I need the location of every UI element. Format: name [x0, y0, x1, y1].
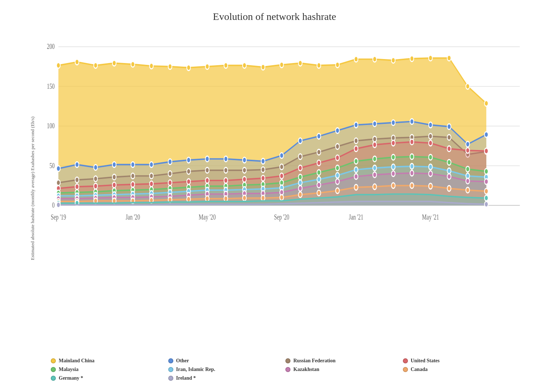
svg-point-50	[336, 128, 339, 134]
svg-point-126	[410, 154, 414, 160]
svg-text:Jan '20: Jan '20	[125, 212, 140, 221]
legend-label-united-states: United States	[411, 358, 440, 364]
svg-text:Sep '20: Sep '20	[274, 212, 289, 221]
svg-point-201	[466, 187, 470, 193]
svg-point-51	[354, 122, 358, 128]
svg-point-123	[354, 158, 358, 164]
svg-point-96	[298, 165, 302, 171]
svg-point-169	[317, 182, 321, 188]
svg-point-12	[75, 59, 79, 65]
svg-point-21	[243, 63, 246, 68]
svg-point-124	[373, 156, 376, 162]
svg-point-147	[354, 167, 358, 173]
svg-point-122	[336, 165, 339, 171]
svg-point-104	[447, 146, 451, 152]
legend-dot-other	[168, 358, 173, 363]
svg-point-36	[75, 162, 79, 167]
svg-point-128	[447, 159, 451, 165]
svg-text:100: 100	[47, 121, 55, 130]
svg-point-120	[298, 174, 302, 180]
svg-point-170	[336, 179, 339, 184]
svg-point-205	[484, 195, 488, 201]
svg-point-90	[187, 179, 190, 184]
svg-point-37	[94, 164, 98, 170]
svg-point-69	[243, 167, 246, 173]
main-svg: 200 150 100 50 0	[44, 30, 527, 347]
svg-point-189	[243, 195, 246, 201]
svg-point-68	[224, 167, 228, 173]
legend-label-iran: Iran, Islamic Rep.	[176, 367, 215, 372]
legend-item-ireland: Ireland *	[168, 375, 278, 381]
legend-item-other: Other	[168, 358, 278, 364]
svg-point-199	[429, 183, 432, 189]
legend-dot-canada	[403, 367, 408, 372]
svg-point-20	[224, 63, 228, 68]
svg-point-41	[168, 159, 172, 165]
legend-item-iran: Iran, Islamic Rep.	[168, 367, 278, 372]
legend-dot-kazakhstan	[285, 367, 290, 372]
svg-point-88	[149, 181, 153, 187]
legend-dot-ireland	[168, 376, 173, 381]
svg-text:May '20: May '20	[199, 212, 216, 221]
svg-text:Sep '19: Sep '19	[51, 212, 66, 221]
svg-point-24	[298, 60, 302, 66]
svg-point-102	[410, 139, 414, 145]
svg-point-32	[447, 55, 451, 61]
legend-label-germany: Germany *	[59, 375, 83, 381]
svg-point-57	[466, 141, 470, 147]
svg-point-188	[224, 196, 228, 201]
svg-point-66	[187, 168, 190, 174]
svg-point-174	[410, 170, 414, 176]
legend-item-kazakhstan: Kazakhstan	[285, 367, 396, 372]
svg-point-45	[243, 157, 246, 163]
svg-point-130	[484, 168, 488, 174]
svg-point-93	[243, 176, 246, 182]
svg-point-145	[317, 176, 321, 182]
svg-point-146	[336, 172, 339, 178]
svg-text:200: 200	[47, 42, 55, 51]
svg-point-86	[112, 182, 116, 188]
svg-point-22	[261, 64, 265, 70]
svg-point-55	[429, 122, 432, 128]
legend-area: Mainland China Other Russian Federation …	[22, 347, 527, 385]
svg-point-61	[94, 176, 98, 182]
chart-container: Evolution of network hashrate Estimated …	[0, 0, 549, 392]
svg-point-94	[261, 175, 265, 181]
svg-point-125	[391, 154, 395, 160]
legend-label-other: Other	[176, 358, 189, 364]
svg-point-103	[429, 140, 432, 146]
svg-point-52	[373, 121, 376, 127]
svg-point-202	[484, 188, 488, 194]
svg-point-27	[354, 57, 358, 62]
svg-point-168	[298, 185, 302, 191]
legend-dot-united-states	[403, 358, 408, 363]
svg-point-44	[224, 156, 228, 162]
svg-point-152	[447, 168, 451, 174]
legend-item-united-states: United States	[403, 358, 513, 364]
svg-text:Jan '21: Jan '21	[349, 212, 363, 221]
svg-point-198	[410, 183, 414, 188]
svg-point-39	[131, 162, 135, 167]
svg-point-72	[298, 154, 302, 160]
svg-text:0: 0	[52, 200, 55, 209]
svg-point-47	[280, 153, 284, 158]
svg-text:50: 50	[49, 161, 54, 170]
svg-point-43	[205, 156, 209, 162]
legend-dot-mainland-china	[51, 358, 56, 363]
svg-point-31	[429, 55, 432, 61]
svg-point-197	[391, 183, 395, 188]
svg-point-18	[187, 65, 190, 71]
svg-point-34	[484, 101, 488, 107]
svg-point-70	[261, 167, 265, 173]
svg-point-106	[484, 148, 488, 154]
svg-point-63	[131, 173, 135, 179]
svg-point-91	[205, 178, 209, 183]
svg-point-176	[447, 174, 451, 179]
legend-label-malaysia: Malaysia	[59, 367, 78, 372]
svg-point-65	[168, 171, 172, 177]
legend-dot-iran	[168, 367, 173, 372]
svg-point-177	[466, 178, 470, 184]
svg-point-144	[298, 180, 302, 186]
chart-area: Estimated absolute hashrate (monthly ave…	[22, 30, 527, 347]
svg-point-25	[317, 63, 321, 68]
